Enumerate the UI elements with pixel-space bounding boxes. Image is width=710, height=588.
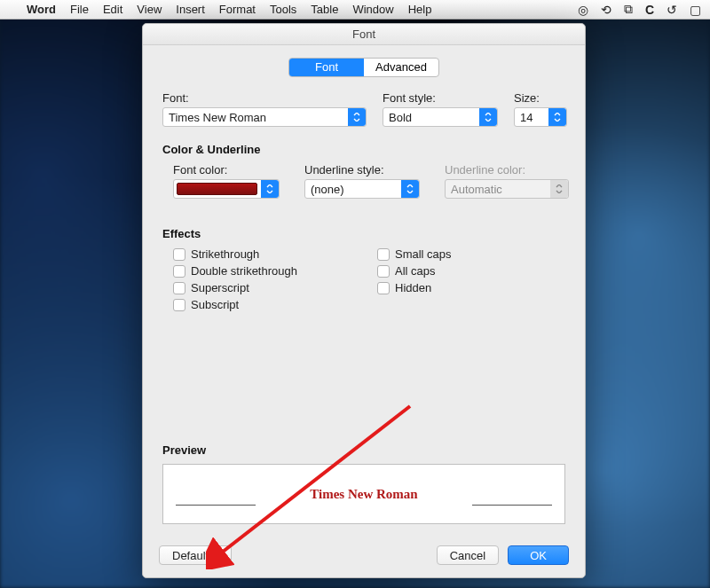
preview-heading: Preview: [162, 443, 565, 457]
preview-box: Times New Roman: [162, 464, 565, 524]
effects-heading: Effects: [162, 227, 565, 240]
preview-text: Times New Roman: [310, 487, 417, 502]
menu-edit[interactable]: Edit: [103, 3, 122, 16]
font-color-swatch: [177, 183, 257, 195]
size-label: Size:: [514, 91, 567, 105]
underline-color-label: Underline color:: [445, 163, 569, 176]
preview-rule-right: [472, 505, 552, 506]
chevron-down-icon: [550, 180, 568, 198]
dialog-footer: Default... Cancel OK: [143, 537, 585, 577]
menu-format[interactable]: Format: [219, 3, 256, 16]
status-icon-c[interactable]: C: [645, 3, 654, 17]
checkbox-small-caps[interactable]: Small caps: [377, 247, 452, 261]
macos-menubar: Word File Edit View Insert Format Tools …: [0, 0, 710, 20]
chevron-down-icon: [401, 180, 419, 198]
checkbox-superscript[interactable]: Superscript: [173, 281, 342, 294]
chevron-down-icon: [548, 108, 566, 126]
size-value: 14: [520, 111, 532, 124]
font-style-value: Bold: [389, 111, 412, 124]
checkbox-double-strikethrough[interactable]: Double strikethrough: [173, 264, 342, 278]
font-select[interactable]: Times New Roman: [162, 107, 367, 127]
font-dialog: Font Font Advanced Font: Times New Roman…: [142, 23, 586, 578]
checkbox-all-caps[interactable]: All caps: [377, 264, 452, 278]
menu-window[interactable]: Window: [352, 3, 393, 16]
chevron-down-icon: [479, 108, 497, 126]
dialog-tabs: Font Advanced: [288, 58, 439, 77]
checkbox-hidden[interactable]: Hidden: [377, 281, 452, 294]
menu-insert[interactable]: Insert: [176, 3, 205, 16]
airplay-icon[interactable]: ▢: [690, 3, 701, 17]
color-underline-heading: Color & Underline: [162, 143, 565, 156]
checkbox-strikethrough[interactable]: Strikethrough: [173, 247, 342, 261]
font-style-select[interactable]: Bold: [383, 107, 498, 127]
preview-rule-left: [176, 505, 256, 506]
underline-style-select[interactable]: (none): [304, 179, 420, 199]
dialog-title: Font: [143, 24, 585, 45]
timemachine-icon[interactable]: ↺: [667, 3, 677, 17]
menu-tools[interactable]: Tools: [270, 3, 296, 16]
font-label: Font:: [162, 91, 367, 105]
chevron-down-icon: [348, 108, 366, 126]
chevron-down-icon: [261, 180, 279, 198]
tab-advanced[interactable]: Advanced: [364, 59, 438, 76]
underline-color-select: Automatic: [445, 179, 569, 199]
status-icon-1[interactable]: ◎: [578, 3, 588, 17]
status-icon-2[interactable]: ⟲: [601, 3, 611, 17]
menu-help[interactable]: Help: [408, 3, 432, 16]
menu-file[interactable]: File: [70, 3, 89, 16]
font-style-label: Font style:: [383, 91, 498, 105]
underline-style-label: Underline style:: [304, 163, 420, 176]
checkbox-subscript[interactable]: Subscript: [173, 298, 342, 311]
default-button[interactable]: Default...: [159, 545, 232, 565]
font-color-label: Font color:: [173, 163, 280, 176]
size-select[interactable]: 14: [514, 107, 567, 127]
font-value: Times New Roman: [169, 111, 266, 124]
dropbox-icon[interactable]: ⧉: [624, 2, 633, 17]
underline-style-value: (none): [311, 183, 344, 196]
underline-color-value: Automatic: [451, 183, 502, 196]
ok-button[interactable]: OK: [508, 545, 569, 565]
cancel-button[interactable]: Cancel: [437, 545, 499, 565]
menu-table[interactable]: Table: [311, 3, 338, 16]
font-color-select[interactable]: [173, 179, 280, 199]
app-name[interactable]: Word: [27, 3, 56, 16]
tab-font[interactable]: Font: [289, 59, 364, 76]
menu-view[interactable]: View: [137, 3, 162, 16]
